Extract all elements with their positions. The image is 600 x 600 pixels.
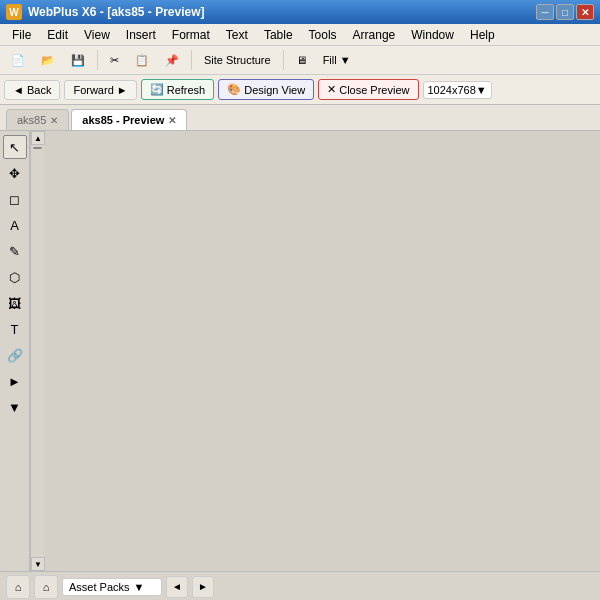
tab-bar: aks85 ✕ aks85 - Preview ✕: [0, 105, 600, 131]
paste-button[interactable]: 📌: [158, 51, 186, 70]
tool-image[interactable]: 🖼: [3, 291, 27, 315]
dropdown-arrow-icon: ▼: [134, 581, 145, 593]
monitor-button[interactable]: 🖥: [289, 51, 314, 69]
tool-move[interactable]: ✥: [3, 161, 27, 185]
tool-pen[interactable]: ✎: [3, 239, 27, 263]
scroll-down-arrow[interactable]: ▼: [31, 557, 45, 571]
right-scrollbar: ▲ ▼: [30, 131, 44, 571]
prev-page-button[interactable]: ◄: [166, 576, 188, 598]
menu-format[interactable]: Format: [164, 26, 218, 44]
separator-3: [283, 50, 284, 70]
next-page-button[interactable]: ►: [192, 576, 214, 598]
menu-file[interactable]: File: [4, 26, 39, 44]
page-label: Asset Packs: [69, 581, 130, 593]
menu-help[interactable]: Help: [462, 26, 503, 44]
tool-rect[interactable]: ◻: [3, 187, 27, 211]
site-structure-button[interactable]: Site Structure: [197, 51, 278, 69]
refresh-button[interactable]: 🔄 Refresh: [141, 79, 215, 100]
close-button[interactable]: ✕: [576, 4, 594, 20]
window-controls: ─ □ ✕: [536, 4, 594, 20]
design-view-button[interactable]: 🎨 Design View: [218, 79, 314, 100]
left-tools-panel: ↖ ✥ ◻ A ✎ ⬡ 🖼 T 🔗 ► ▼: [0, 131, 30, 571]
open-button[interactable]: 📂: [34, 51, 62, 70]
menu-window[interactable]: Window: [403, 26, 462, 44]
scroll-up-arrow[interactable]: ▲: [31, 131, 45, 145]
menu-text[interactable]: Text: [218, 26, 256, 44]
new-button[interactable]: 📄: [4, 51, 32, 70]
nav-bar: ◄ Back Forward ► 🔄 Refresh 🎨 Design View…: [0, 75, 600, 105]
tool-type[interactable]: T: [3, 317, 27, 341]
page-dropdown[interactable]: Asset Packs ▼: [62, 578, 162, 596]
tab-close-preview[interactable]: ✕: [168, 115, 176, 126]
toolbar-area: 📄 📂 💾 ✂ 📋 📌 Site Structure 🖥 Fill ▼: [0, 46, 600, 75]
menu-view[interactable]: View: [76, 26, 118, 44]
main-area: ↖ ✥ ◻ A ✎ ⬡ 🖼 T 🔗 ► ▼ Asset packs youcre…: [0, 131, 600, 571]
maximize-button[interactable]: □: [556, 4, 574, 20]
next-arrow-icon: ►: [198, 581, 208, 592]
canvas-inner-layout: Asset packs youcreate your ownm layouts …: [30, 131, 44, 571]
cut-button[interactable]: ✂: [103, 51, 126, 70]
menu-bar: File Edit View Insert Format Text Table …: [0, 24, 600, 46]
minimize-button[interactable]: ─: [536, 4, 554, 20]
back-button[interactable]: ◄ Back: [4, 80, 60, 100]
tool-link[interactable]: 🔗: [3, 343, 27, 367]
toolbar-row: 📄 📂 💾 ✂ 📋 📌 Site Structure 🖥 Fill ▼: [0, 46, 600, 74]
tool-arrow-right[interactable]: ►: [3, 369, 27, 393]
forward-button[interactable]: Forward ►: [64, 80, 136, 100]
close-preview-button[interactable]: ✕ Close Preview: [318, 79, 418, 100]
tool-arrow-down[interactable]: ▼: [3, 395, 27, 419]
tool-shape[interactable]: ⬡: [3, 265, 27, 289]
menu-tools[interactable]: Tools: [301, 26, 345, 44]
tab-close-aks85[interactable]: ✕: [50, 115, 58, 126]
home-button[interactable]: ⌂: [6, 575, 30, 599]
prev-arrow-icon: ◄: [172, 581, 182, 592]
save-button[interactable]: 💾: [64, 51, 92, 70]
menu-insert[interactable]: Insert: [118, 26, 164, 44]
fill-button[interactable]: Fill ▼: [316, 51, 358, 69]
right-scroll-thumb[interactable]: [33, 147, 42, 149]
tab-aks85[interactable]: aks85 ✕: [6, 109, 69, 130]
menu-table[interactable]: Table: [256, 26, 301, 44]
copy-button[interactable]: 📋: [128, 51, 156, 70]
separator-2: [191, 50, 192, 70]
page-icon-button[interactable]: ⌂: [34, 575, 58, 599]
right-scroll-track: [31, 145, 44, 557]
home-icon: ⌂: [15, 581, 22, 593]
tab-preview[interactable]: aks85 - Preview ✕: [71, 109, 187, 130]
tool-text[interactable]: A: [3, 213, 27, 237]
resolution-dropdown[interactable]: 1024x768 ▼: [423, 81, 492, 99]
tool-select[interactable]: ↖: [3, 135, 27, 159]
app-icon: W: [6, 4, 22, 20]
separator-1: [97, 50, 98, 70]
window-title: WebPlus X6 - [aks85 - Preview]: [28, 5, 205, 19]
menu-edit[interactable]: Edit: [39, 26, 76, 44]
menu-arrange[interactable]: Arrange: [345, 26, 404, 44]
title-bar: W WebPlus X6 - [aks85 - Preview] ─ □ ✕: [0, 0, 600, 24]
status-bar: ⌂ ⌂ Asset Packs ▼ ◄ ►: [0, 571, 600, 600]
